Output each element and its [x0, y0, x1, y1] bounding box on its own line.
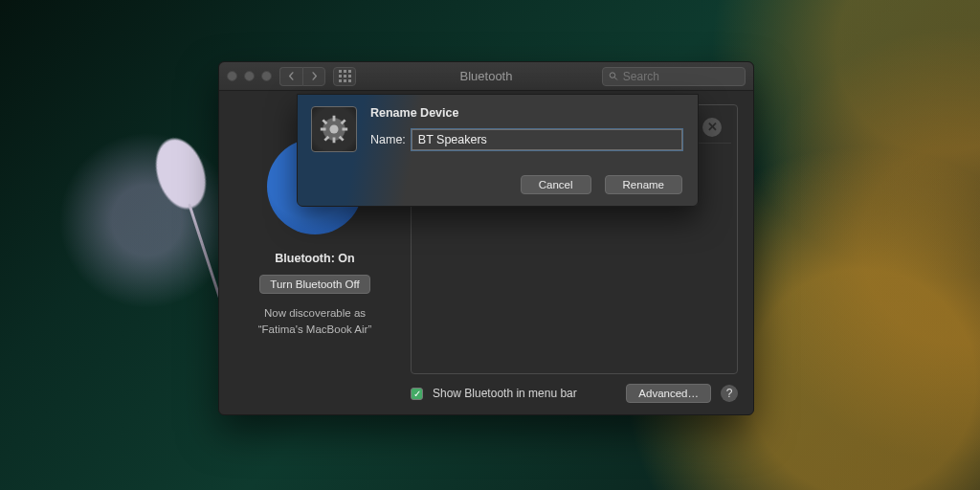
search-input[interactable]	[623, 70, 739, 83]
dialog-content: Rename Device Name: Cancel Rename	[370, 106, 682, 194]
rename-device-dialog: Rename Device Name: Cancel Rename	[297, 94, 699, 207]
device-name-input[interactable]	[412, 129, 682, 150]
dialog-title: Rename Device	[370, 106, 682, 120]
menubar-label: Show Bluetooth in menu bar	[433, 387, 577, 400]
toggle-bluetooth-button[interactable]: Turn Bluetooth Off	[259, 275, 369, 294]
help-button[interactable]: ?	[721, 385, 738, 402]
discoverable-line2: “Fatima's MacBook Air”	[258, 322, 372, 338]
svg-point-2	[329, 124, 338, 133]
search-field[interactable]	[602, 67, 746, 86]
back-button[interactable]	[279, 67, 302, 86]
close-icon[interactable]	[227, 71, 237, 81]
forward-button[interactable]	[302, 67, 325, 86]
dialog-buttons: Cancel Rename	[370, 175, 682, 194]
bluetooth-status-label: Bluetooth: On	[275, 252, 354, 265]
menubar-checkbox[interactable]: ✓	[411, 388, 423, 400]
minimize-icon[interactable]	[244, 71, 255, 81]
cancel-button[interactable]: Cancel	[521, 175, 591, 194]
nav-back-forward	[279, 67, 325, 86]
settings-gear-icon	[311, 106, 357, 152]
footer-row: ✓ Show Bluetooth in menu bar Advanced… ?	[411, 374, 738, 403]
grid-icon	[339, 70, 351, 82]
name-field-label: Name:	[370, 133, 406, 146]
discoverable-line1: Now discoverable as	[258, 305, 372, 322]
svg-line-1	[614, 78, 616, 79]
rename-button[interactable]: Rename	[605, 175, 682, 194]
titlebar: Bluetooth	[219, 62, 753, 91]
discoverable-text: Now discoverable as “Fatima's MacBook Ai…	[258, 305, 372, 339]
advanced-button[interactable]: Advanced…	[626, 384, 711, 403]
name-field-row: Name:	[370, 129, 682, 150]
remove-device-icon[interactable]: ✕	[702, 118, 722, 137]
zoom-icon[interactable]	[261, 71, 272, 81]
window-controls[interactable]	[227, 71, 272, 81]
search-icon	[609, 71, 618, 81]
show-all-button[interactable]	[333, 67, 356, 86]
